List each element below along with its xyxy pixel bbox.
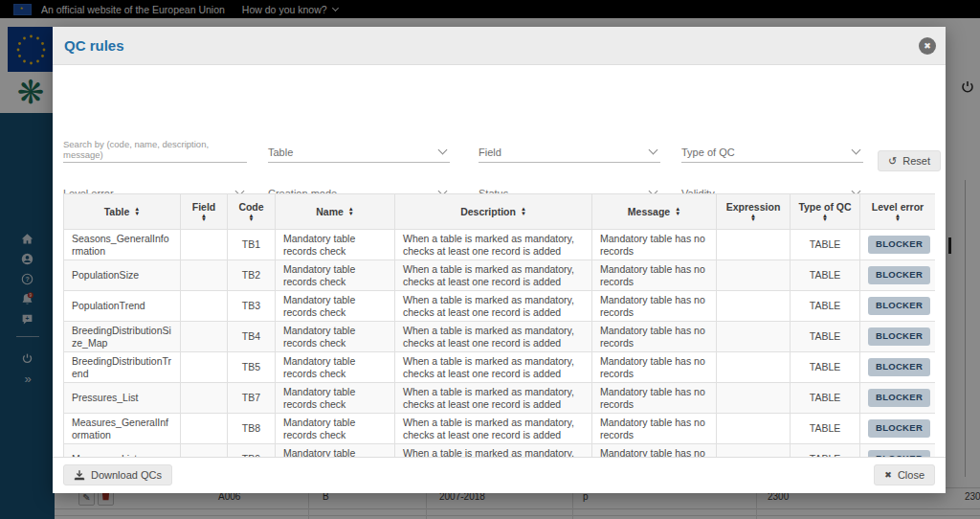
cell-description: When a table is marked as mandatory, che…	[395, 322, 592, 352]
cell-name: Mandatory table records check	[276, 230, 395, 260]
cell-name: Mandatory table records check	[276, 444, 395, 458]
dialog-header: QC rules ✖	[53, 27, 946, 65]
cell-expression	[717, 444, 791, 458]
cell-name: Mandatory table records check	[276, 260, 395, 291]
cell-level-error: BLOCKER	[860, 230, 936, 260]
cell-level-error: BLOCKER	[860, 352, 936, 383]
qc-rule-row: BreedingDistributionSize_Map TB4 Mandato…	[64, 322, 936, 352]
cell-type-of-qc: TABLE	[791, 230, 860, 260]
cell-expression	[717, 322, 791, 352]
level-error-badge: BLOCKER	[868, 236, 930, 254]
cell-table: PopulationSize	[64, 260, 181, 291]
cell-name: Mandatory table records check	[276, 291, 395, 322]
cell-code: TB4	[228, 322, 276, 352]
qc-rules-dialog: QC rules ✖ Search by (code, name, descri…	[53, 27, 946, 493]
chevron-down-icon	[649, 146, 658, 155]
cell-table: PopulationTrend	[64, 291, 181, 322]
level-error-badge: BLOCKER	[868, 297, 930, 315]
cell-message: Mandatory table has no records	[592, 444, 717, 458]
level-error-badge: BLOCKER	[868, 389, 930, 407]
cell-message: Mandatory table has no records	[592, 230, 717, 260]
qc-rule-row: PopulationTrend TB3 Mandatory table reco…	[64, 291, 936, 322]
cell-code: TB9	[228, 444, 276, 458]
cell-level-error: BLOCKER	[860, 444, 936, 458]
screen: An official website of the European Unio…	[0, 0, 980, 519]
cell-description: When a table is marked as mandatory, che…	[395, 414, 592, 444]
cell-field	[181, 322, 228, 352]
cell-table: Seasons_GeneralInformation	[64, 230, 181, 260]
table-header-row: Table▲▼ Field▲▼ Code▲▼ Name▲▼ Descriptio…	[64, 194, 936, 230]
close-icon: ✖	[884, 470, 892, 480]
table-filter-dropdown[interactable]: Table	[268, 134, 450, 163]
dialog-close-icon[interactable]: ✖	[919, 37, 936, 55]
cell-description: When a table is marked as mandatory, che…	[395, 230, 592, 260]
cell-table: BreedingDistributionTrend	[64, 352, 181, 383]
qc-rule-row: BreedingDistributionTrend TB5 Mandatory …	[64, 352, 936, 383]
sort-header-description[interactable]: Description▲▼	[395, 194, 592, 230]
cell-message: Mandatory table has no records	[592, 260, 717, 291]
level-error-badge: BLOCKER	[868, 450, 930, 457]
cell-type-of-qc: TABLE	[791, 322, 860, 352]
cell-message: Mandatory table has no records	[592, 291, 717, 322]
sort-icon: ▲▼	[249, 214, 255, 222]
sort-icon: ▲▼	[895, 214, 901, 222]
cell-description: When a table is marked as mandatory, che…	[395, 444, 592, 458]
sort-header-table[interactable]: Table▲▼	[64, 194, 181, 230]
sort-header-field[interactable]: Field▲▼	[181, 194, 228, 230]
sort-icon: ▲▼	[134, 207, 140, 215]
cell-level-error: BLOCKER	[860, 291, 936, 322]
dialog-title: QC rules	[64, 27, 124, 65]
qc-rule-row: Seasons_GeneralInformation TB1 Mandatory…	[64, 230, 936, 260]
sort-icon: ▲▼	[521, 207, 526, 215]
cell-type-of-qc: TABLE	[791, 352, 860, 383]
cell-code: TB3	[228, 291, 276, 322]
cell-table: BreedingDistributionSize_Map	[64, 322, 181, 352]
sort-header-code[interactable]: Code▲▼	[228, 194, 276, 230]
cell-code: TB5	[228, 352, 276, 383]
cell-level-error: BLOCKER	[860, 414, 936, 444]
sort-header-message[interactable]: Message▲▼	[592, 194, 717, 230]
cell-name: Mandatory table records check	[276, 414, 395, 444]
cell-type-of-qc: TABLE	[791, 260, 860, 291]
cell-type-of-qc: TABLE	[791, 291, 860, 322]
qc-rule-row: PopulationSize TB2 Mandatory table recor…	[64, 260, 936, 291]
cell-table: Measures_List	[64, 444, 181, 458]
cell-description: When a table is marked as mandatory, che…	[395, 260, 592, 291]
cell-level-error: BLOCKER	[860, 260, 936, 291]
sort-header-name[interactable]: Name▲▼	[276, 194, 395, 230]
cell-type-of-qc: TABLE	[791, 444, 860, 458]
sort-icon: ▲▼	[348, 207, 354, 215]
cell-field	[181, 352, 228, 383]
cell-level-error: BLOCKER	[860, 383, 936, 414]
field-filter-dropdown[interactable]: Field	[479, 134, 660, 163]
cell-message: Mandatory table has no records	[592, 414, 717, 444]
cell-expression	[717, 414, 791, 444]
download-qcs-button[interactable]: Download QCs	[63, 464, 172, 485]
cell-expression	[717, 383, 791, 414]
cell-field	[181, 414, 228, 444]
cell-message: Mandatory table has no records	[592, 322, 717, 352]
cell-field	[181, 383, 228, 414]
cell-level-error: BLOCKER	[860, 322, 936, 352]
sort-header-type-of-qc[interactable]: Type of QC▲▼	[791, 194, 860, 230]
download-icon	[74, 469, 85, 481]
cell-table: Pressures_List	[64, 383, 181, 414]
sort-header-expression[interactable]: Expression▲▼	[717, 194, 791, 230]
cell-type-of-qc: TABLE	[791, 383, 860, 414]
qc-rule-row: Measures_GeneralInformation TB8 Mandator…	[64, 414, 936, 444]
cell-type-of-qc: TABLE	[791, 414, 860, 444]
cell-name: Mandatory table records check	[276, 322, 395, 352]
search-input[interactable]: Search by (code, name, description, mess…	[63, 134, 247, 163]
cell-expression	[717, 230, 791, 260]
cell-name: Mandatory table records check	[276, 383, 395, 414]
level-error-badge: BLOCKER	[868, 327, 930, 346]
type-of-qc-filter-dropdown[interactable]: Type of QC	[681, 134, 863, 163]
cell-description: When a table is marked as mandatory, che…	[395, 291, 592, 322]
dialog-body: Search by (code, name, description, mess…	[53, 65, 946, 457]
cell-message: Mandatory table has no records	[592, 383, 717, 414]
sort-header-level-error[interactable]: Level error▲▼	[860, 194, 936, 230]
search-placeholder: Search by (code, name, description, mess…	[63, 140, 247, 160]
qc-rule-row: Pressures_List TB7 Mandatory table recor…	[64, 383, 936, 414]
reset-filters-button[interactable]: ↺ Reset	[878, 150, 941, 171]
close-dialog-button[interactable]: ✖ Close	[874, 464, 935, 485]
